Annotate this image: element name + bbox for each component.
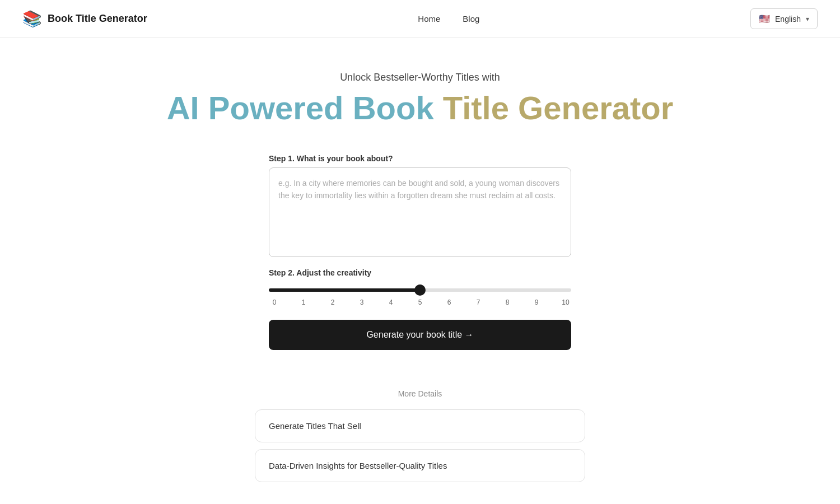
nav-home[interactable]: Home [418, 14, 440, 24]
tick-10: 10 [560, 298, 571, 306]
nav-blog[interactable]: Blog [463, 14, 479, 24]
tick-5: 5 [414, 298, 426, 306]
tick-9: 9 [531, 298, 542, 306]
logo-area: 📚 Book Title Generator [22, 11, 147, 27]
chevron-down-icon: ▾ [806, 15, 809, 23]
step2-label: Step 2. Adjust the creativity [269, 268, 571, 277]
hero-title-book: Book [353, 90, 434, 126]
app-title: Book Title Generator [48, 13, 147, 25]
language-label: English [775, 15, 801, 24]
tick-6: 6 [444, 298, 455, 306]
more-details-section: More Details Generate Titles That Sell D… [0, 372, 840, 504]
tick-8: 8 [502, 298, 513, 306]
tick-0: 0 [269, 298, 280, 306]
creativity-slider[interactable] [269, 288, 571, 292]
nav: Home Blog [418, 14, 479, 24]
hero-subtitle: Unlock Bestseller-Worthy Titles with [340, 72, 500, 83]
slider-ticks: 0 1 2 3 4 5 6 7 8 9 10 [269, 298, 571, 306]
hero-title-ai: AI [167, 90, 199, 126]
tick-4: 4 [385, 298, 396, 306]
hero-title-title: Title [443, 90, 509, 126]
hero-title-generator: Generator [518, 90, 673, 126]
language-selector[interactable]: 🇺🇸 English ▾ [750, 8, 818, 29]
details-cards: Generate Titles That Sell Data-Driven In… [255, 409, 585, 482]
detail-card-1[interactable]: Data-Driven Insights for Bestseller-Qual… [255, 449, 585, 482]
header: 📚 Book Title Generator Home Blog 🇺🇸 Engl… [0, 0, 840, 38]
hero-title: AI Powered Book Title Generator [167, 90, 674, 126]
tick-2: 2 [327, 298, 338, 306]
logo-icon: 📚 [22, 11, 42, 27]
hero-title-powered: Powered [208, 90, 344, 126]
detail-card-0[interactable]: Generate Titles That Sell [255, 409, 585, 442]
tick-3: 3 [356, 298, 367, 306]
book-description-input[interactable] [269, 167, 571, 257]
language-flag: 🇺🇸 [759, 13, 770, 24]
step1-label: Step 1. What is your book about? [269, 154, 571, 163]
main-content: Unlock Bestseller-Worthy Titles with AI … [0, 38, 840, 372]
creativity-slider-container: 0 1 2 3 4 5 6 7 8 9 10 [269, 284, 571, 306]
tick-7: 7 [473, 298, 484, 306]
tick-1: 1 [298, 298, 309, 306]
generate-button[interactable]: Generate your book title → [269, 320, 571, 350]
form-container: Step 1. What is your book about? Step 2.… [269, 154, 571, 350]
more-details-label: More Details [398, 389, 442, 398]
